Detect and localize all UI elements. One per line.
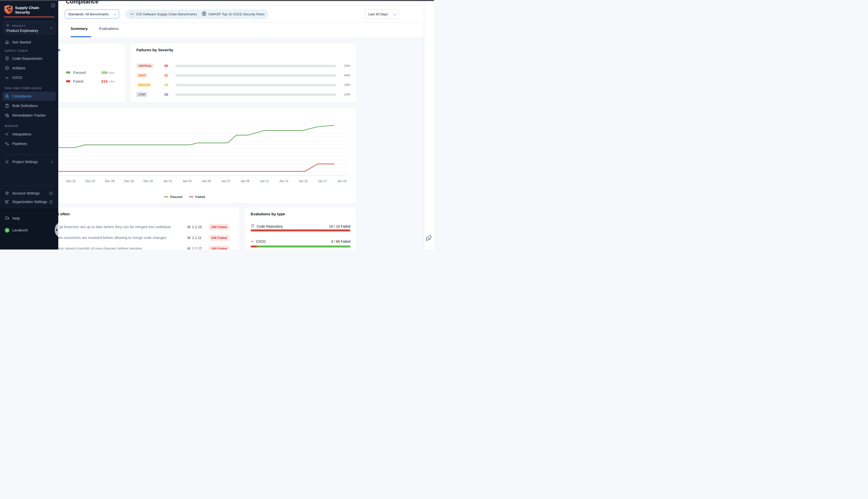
severity-count: 29 (164, 93, 168, 97)
project-selector[interactable]: PROJECT Product Exploratory (3, 21, 55, 34)
app-grid-icon[interactable] (51, 3, 55, 9)
scrollbar-gutter[interactable] (424, 1, 434, 250)
date-range-value: Last 30 Days (368, 12, 388, 16)
svg-text:Jan 17: Jan 17 (318, 179, 327, 183)
sidebar-item-label: Get Started (12, 40, 31, 44)
failed-count: 210 (101, 79, 108, 83)
trend-legend-failed: Failed (189, 195, 205, 199)
sidebar-item-label: Help (12, 216, 20, 220)
avatar: L (5, 228, 10, 233)
sidebar-item-account-settings[interactable]: Account Settings (2, 189, 56, 198)
type-bar-cicd (251, 245, 350, 247)
svg-text:Dec 26: Dec 26 (105, 179, 114, 183)
filter-chip-label: CIS Software Supply Chain Benchmarks 1.0 (136, 12, 203, 16)
sidebar-item-label: Remediation Tracker (12, 113, 46, 117)
active-tab-underline (71, 36, 91, 37)
infinity-icon: ∞ (251, 240, 254, 243)
project-name: Product Exploratory (6, 29, 52, 33)
failures-by-severity-card: Failures by Severity CRITICAL 50 24% HIG… (130, 43, 357, 103)
card-title: Evalutions by type (251, 212, 285, 216)
chevron-right-icon (50, 160, 53, 163)
sidebar-item-rule-definitions[interactable]: Rule Definitions (2, 101, 56, 110)
remediation-box-icon (5, 113, 9, 118)
svg-text:?: ? (6, 217, 7, 219)
sidebar-item-organization-settings[interactable]: Organization Settings (2, 197, 56, 206)
rule-id: Id: 1.1.12 (187, 246, 205, 250)
svg-text:Dec 28: Dec 28 (124, 179, 134, 183)
type-value: 10 / 10 Failed (329, 224, 350, 228)
severity-count: 92 (164, 73, 168, 77)
tab-evaluations[interactable]: Evaluations (99, 26, 119, 31)
brand: Supply Chain Security (4, 4, 54, 15)
svg-text:Jan 15: Jan 15 (299, 179, 308, 183)
type-row-code-repository: Code Repository 10 / 10 Failed (251, 224, 350, 229)
layers-icon (5, 191, 9, 195)
filter-chip-label: OWASP Top 10 CI/CD Security Risks (209, 12, 264, 16)
severity-badge: CRITICAL (136, 63, 154, 68)
svg-text:Jan 05: Jan 05 (202, 179, 211, 183)
sidebar-item-help[interactable]: ? Help (2, 214, 56, 223)
filter-bar: Standards: All Benchmarks CIS CIS Softwa… (58, 6, 424, 23)
compliance-doc-icon (5, 94, 9, 98)
severity-bar (175, 94, 336, 96)
artifact-cube-icon (5, 66, 9, 70)
svg-text:Jan 07: Jan 07 (221, 179, 230, 183)
svg-text:Dec 22: Dec 22 (66, 179, 76, 183)
chat-bubbles-icon[interactable] (425, 233, 434, 242)
svg-text:Jan 11: Jan 11 (260, 179, 269, 183)
section-label-manage: MANAGE (5, 124, 18, 127)
passed-line-swatch-icon (164, 196, 168, 197)
sidebar-item-compliance[interactable]: Compliance (2, 92, 56, 101)
section-label-supply-chain: SUPPLY CHAIN (5, 49, 28, 52)
severity-bar (175, 84, 336, 86)
svg-text:Jan 03: Jan 03 (182, 179, 191, 183)
sidebar-item-label: Artifacts (12, 66, 25, 70)
tab-summary[interactable]: Summary (71, 26, 88, 31)
user-name: Lavakush (12, 228, 28, 232)
sidebar-item-artifacts[interactable]: Artifacts (2, 63, 56, 73)
standards-dropdown[interactable]: Standards: All Benchmarks (65, 10, 119, 19)
app-title: Supply Chain Security (15, 5, 41, 15)
sidebar-item-integrations[interactable]: Integrations (2, 130, 56, 139)
shield-logo-icon (4, 4, 13, 15)
severity-badge: LOW (136, 92, 147, 97)
filter-chip-owasp[interactable]: OWASP Top 10 CI/CD Security Risks (198, 10, 268, 19)
severity-percent: 24% (344, 64, 350, 68)
sidebar-divider (4, 155, 54, 155)
date-range-dropdown[interactable]: Last 30 Days (365, 10, 399, 19)
sidebar-item-label: CI/CD (12, 76, 22, 80)
card-title: Failures by Severity (136, 48, 173, 52)
org-settings-icon (5, 199, 9, 204)
sidebar-item-label: Integrations (12, 132, 32, 136)
legend-item-failed: Failed 210 rules (66, 79, 121, 83)
sidebar-user[interactable]: L Lavakush (2, 226, 56, 235)
standards-dropdown-value: Standards: All Benchmarks (68, 12, 109, 16)
sidebar-item-label: Pipelines (12, 142, 27, 146)
window-top-strip (0, 0, 434, 1)
sidebar: Supply Chain Security PROJECT Product Ex… (0, 1, 58, 250)
severity-bar (175, 74, 336, 77)
section-label-risk-compliance: RISK AND COMPLIANCE (5, 87, 42, 90)
sidebar-item-project-settings[interactable]: Project Settings (2, 157, 56, 166)
trend-legend-passed: Passed (164, 195, 182, 199)
page-title-row: Compliance (58, 1, 424, 5)
brand-accent-rule (4, 16, 54, 17)
pipelines-icon (5, 142, 9, 146)
severity-bar (175, 65, 336, 67)
sidebar-item-code-repositories[interactable]: Code Repositories (2, 54, 56, 63)
sidebar-item-cicd[interactable]: ∞ CI/CD (2, 73, 56, 82)
severity-count: 39 (164, 83, 168, 87)
sidebar-item-label: Account Settings (12, 191, 40, 195)
severity-row-critical: CRITICAL 50 24% (136, 63, 350, 69)
page-title: Compliance (66, 1, 424, 5)
filter-chip-cis[interactable]: CIS CIS Software Supply Chain Benchmarks… (126, 10, 207, 19)
sidebar-item-remediation-tracker[interactable]: Remediation Tracker (2, 111, 56, 120)
sidebar-item-pipelines[interactable]: Pipelines (2, 139, 56, 148)
sidebar-item-label: Compliance (12, 94, 32, 98)
passed-count: 306 (101, 70, 108, 75)
info-icon (49, 192, 53, 195)
svg-text:Jan 19: Jan 19 (337, 179, 346, 183)
sidebar-item-get-started[interactable]: Get Started (2, 38, 56, 47)
home-icon (5, 40, 9, 45)
severity-percent: 14% (344, 93, 350, 96)
